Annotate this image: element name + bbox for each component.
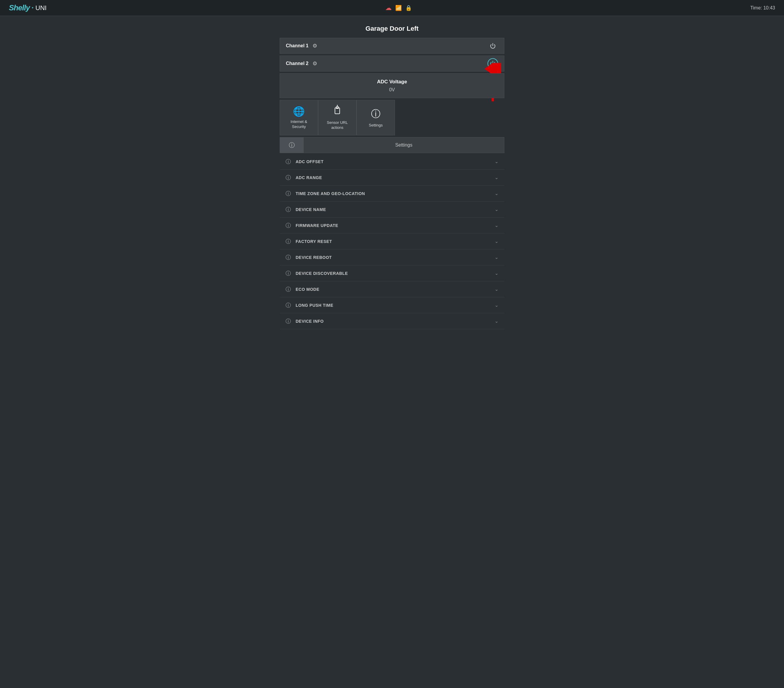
wifi-icon: 📶 (395, 5, 402, 11)
settings-item-device-discoverable[interactable]: ⓘ DEVICE DISCOVERABLE ⌄ (280, 265, 504, 281)
adc-title: ADC Voltage (286, 79, 498, 85)
channel-1-left: Channel 1 ⚙ (286, 41, 318, 50)
info-icon-factory-reset: ⓘ (286, 238, 291, 245)
time-display: Time: 10:43 (750, 5, 775, 11)
tile-internet-security-label: Internet &Security (291, 119, 307, 130)
info-icon-adc-offset: ⓘ (286, 158, 291, 165)
chevron-timezone: ⌄ (494, 191, 498, 196)
settings-item-firmware[interactable]: ⓘ FIRMWARE UPDATE ⌄ (280, 217, 504, 234)
info-icon-eco-mode: ⓘ (286, 286, 291, 293)
tab-info[interactable]: ⓘ (280, 137, 304, 153)
channel-1-row: Channel 1 ⚙ (280, 38, 504, 54)
logo-uni: UNI (35, 4, 47, 12)
logo-dot: · (31, 3, 34, 12)
globe-icon: 🌐 (293, 106, 305, 117)
settings-item-adc-range[interactable]: ⓘ ADC RANGE ⌄ (280, 170, 504, 186)
status-icons: ☁ 📶 🔒 (385, 4, 412, 12)
tile-settings-label: Settings (369, 123, 383, 128)
tab-settings-label: Settings (395, 142, 412, 148)
info-tab-icon: ⓘ (289, 141, 295, 149)
settings-label-device-name: DEVICE NAME (296, 207, 490, 212)
info-icon-adc-range: ⓘ (286, 174, 291, 181)
channel-2-row: Channel 2 ⚙ (280, 56, 504, 71)
channel-2-power-button[interactable] (488, 58, 498, 69)
tile-settings[interactable]: ⓘ Settings (357, 100, 395, 135)
sensor-icon (332, 105, 343, 118)
channel-2-gear-button[interactable]: ⚙ (311, 59, 318, 68)
logo-container: Shelly · UNI (9, 3, 47, 12)
settings-label-adc-range: ADC RANGE (296, 175, 490, 180)
logo-shelly: Shelly (9, 3, 30, 12)
settings-label-factory-reset: FACTORY RESET (296, 239, 490, 244)
settings-item-factory-reset[interactable]: ⓘ FACTORY RESET ⌄ (280, 234, 504, 249)
info-icon-device-reboot: ⓘ (286, 254, 291, 261)
chevron-adc-range: ⌄ (494, 174, 498, 180)
svg-point-7 (337, 105, 338, 106)
page-title: Garage Door Left (280, 25, 504, 33)
info-icon-timezone: ⓘ (286, 190, 291, 197)
chevron-long-push-time: ⌄ (494, 302, 498, 308)
settings-label-device-discoverable: DEVICE DISCOVERABLE (296, 271, 490, 276)
info-icon-device-name: ⓘ (286, 206, 291, 213)
adc-value: 0V (286, 87, 498, 92)
tile-sensor-url-actions-label: Sensor URLactions (327, 120, 348, 130)
settings-item-eco-mode[interactable]: ⓘ ECO MODE ⌄ (280, 281, 504, 297)
time-label: Time: (750, 5, 762, 10)
chevron-device-reboot: ⌄ (494, 255, 498, 260)
settings-label-firmware: FIRMWARE UPDATE (296, 223, 490, 228)
tile-row: 🌐 Internet &Security Sensor URLactions ⓘ… (280, 100, 504, 135)
channel-2-label: Channel 2 (286, 61, 308, 66)
chevron-factory-reset: ⌄ (494, 239, 498, 244)
settings-label-device-reboot: DEVICE REBOOT (296, 255, 490, 260)
info-icon-device-discoverable: ⓘ (286, 270, 291, 277)
chevron-device-info: ⌄ (494, 318, 498, 324)
tab-bar: ⓘ Settings (280, 137, 504, 153)
tab-settings[interactable]: Settings (304, 137, 504, 153)
settings-item-device-reboot[interactable]: ⓘ DEVICE REBOOT ⌄ (280, 249, 504, 265)
time-value: 10:43 (763, 5, 775, 10)
info-circle-icon: ⓘ (371, 108, 380, 120)
settings-item-adc-offset[interactable]: ⓘ ADC OFFSET ⌄ (280, 154, 504, 170)
chevron-device-name: ⌄ (494, 207, 498, 212)
tile-sensor-url-actions[interactable]: Sensor URLactions (318, 100, 357, 135)
settings-label-eco-mode: ECO MODE (296, 287, 490, 292)
channel-1-gear-button[interactable]: ⚙ (311, 41, 318, 50)
lock-icon: 🔒 (405, 5, 412, 11)
settings-label-long-push-time: LONG PUSH TIME (296, 303, 490, 308)
settings-item-device-info[interactable]: ⓘ DEVICE INFO ⌄ (280, 313, 504, 329)
settings-list: ⓘ ADC OFFSET ⌄ ⓘ ADC RANGE ⌄ ⓘ TIME ZONE… (280, 154, 504, 329)
chevron-eco-mode: ⌄ (494, 286, 498, 292)
chevron-adc-offset: ⌄ (494, 159, 498, 164)
page-outer: Garage Door Left Channel 1 ⚙ Channel 2 ⚙ (0, 16, 784, 338)
info-icon-long-push-time: ⓘ (286, 302, 291, 309)
channel-1-power-button[interactable] (488, 41, 498, 51)
settings-label-timezone: TIME ZONE AND GEO-LOCATION (296, 191, 490, 196)
page-inner: Garage Door Left Channel 1 ⚙ Channel 2 ⚙ (280, 25, 504, 329)
channel-1-label: Channel 1 (286, 43, 308, 48)
settings-item-device-name[interactable]: ⓘ DEVICE NAME ⌄ (280, 202, 504, 217)
settings-label-adc-offset: ADC OFFSET (296, 159, 490, 164)
cloud-icon: ☁ (385, 4, 392, 12)
adc-voltage-block: ADC Voltage 0V (280, 73, 504, 98)
chevron-firmware: ⌄ (494, 222, 498, 228)
settings-item-long-push-time[interactable]: ⓘ LONG PUSH TIME ⌄ (280, 297, 504, 313)
settings-label-device-info: DEVICE INFO (296, 319, 490, 324)
topnav: Shelly · UNI ☁ 📶 🔒 Time: 10:43 (0, 0, 784, 16)
channel-2-left: Channel 2 ⚙ (286, 59, 318, 68)
info-icon-firmware: ⓘ (286, 222, 291, 229)
info-icon-device-info: ⓘ (286, 318, 291, 325)
settings-item-timezone[interactable]: ⓘ TIME ZONE AND GEO-LOCATION ⌄ (280, 186, 504, 202)
chevron-device-discoverable: ⌄ (494, 270, 498, 276)
tile-internet-security[interactable]: 🌐 Internet &Security (280, 100, 318, 135)
